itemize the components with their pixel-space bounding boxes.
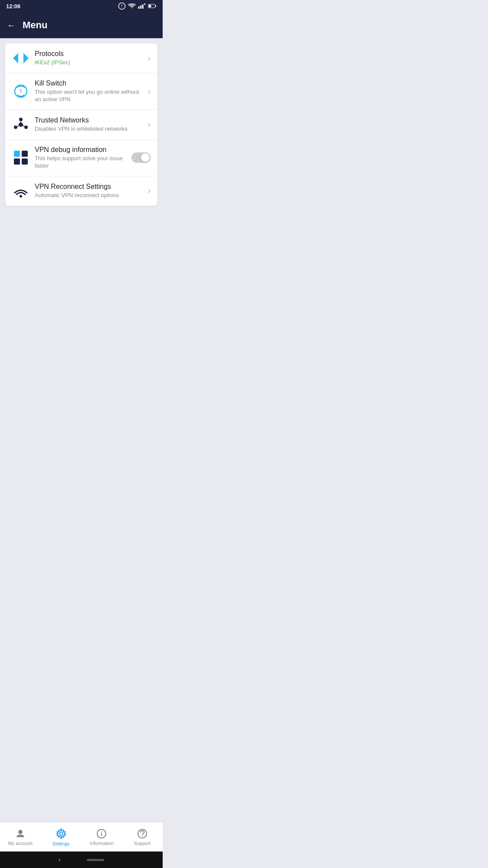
vpn-debug-icon [12, 149, 29, 166]
header: ← Menu [0, 12, 163, 38]
status-time: 12:06 [6, 3, 20, 10]
protocols-subtitle: IKEv2 (IPSec) [35, 59, 144, 66]
protocols-title: Protocols [35, 50, 144, 58]
kill-switch-text: Kill Switch This option won't let you go… [35, 79, 144, 103]
vpn-reconnect-text: VPN Reconnect Settings Automatic VPN rec… [35, 183, 144, 199]
trusted-networks-subtitle: Disables VPN in whitelisted networks [35, 125, 144, 133]
kill-switch-subtitle: This option won't let you go online with… [35, 89, 144, 103]
vpn-reconnect-icon [12, 182, 29, 200]
protocols-chevron: › [148, 54, 151, 63]
vpn-debug-subtitle: This helps support solve your issue fast… [35, 155, 128, 170]
vpn-debug-toggle[interactable] [131, 152, 151, 163]
trusted-networks-chevron: › [148, 120, 151, 129]
svg-rect-10 [149, 5, 151, 7]
vpn-debug-text: VPN debug information This helps support… [35, 146, 128, 170]
page-title: Menu [23, 20, 47, 31]
svg-rect-27 [14, 158, 20, 165]
protocols-text: Protocols IKEv2 (IPSec) [35, 50, 144, 66]
protocols-item[interactable]: Protocols IKEv2 (IPSec) › [5, 43, 157, 73]
signal-icon [138, 3, 146, 9]
svg-point-19 [24, 125, 28, 129]
status-icons [118, 2, 157, 10]
svg-rect-25 [22, 151, 28, 157]
wifi-icon [128, 3, 136, 9]
battery-icon [148, 3, 157, 9]
back-button[interactable]: ← [7, 20, 16, 30]
svg-rect-26 [22, 158, 28, 165]
svg-marker-11 [13, 53, 18, 63]
vpn-reconnect-title: VPN Reconnect Settings [35, 183, 144, 191]
svg-point-28 [20, 195, 22, 198]
svg-point-18 [19, 118, 23, 121]
vpn-reconnect-subtitle: Automatic VPN reconnect options [35, 192, 144, 199]
vpn-debug-title: VPN debug information [35, 146, 128, 154]
kill-switch-chevron: › [148, 87, 151, 96]
kill-switch-item[interactable]: ! Kill Switch This option won't let you … [5, 73, 157, 110]
trusted-networks-item[interactable]: Trusted Networks Disables VPN in whiteli… [5, 110, 157, 140]
toggle-knob [141, 153, 150, 162]
svg-rect-3 [138, 7, 140, 9]
svg-marker-12 [23, 53, 29, 63]
svg-rect-9 [155, 5, 156, 7]
svg-line-23 [17, 125, 19, 126]
status-bar: 12:06 [0, 0, 163, 12]
kill-switch-icon: ! [12, 83, 29, 100]
vpn-reconnect-chevron: › [148, 186, 151, 195]
trusted-networks-icon [12, 116, 29, 133]
protocols-icon [12, 50, 29, 67]
svg-point-20 [14, 125, 17, 129]
menu-card: Protocols IKEv2 (IPSec) › ! Kill Switch … [5, 43, 157, 206]
svg-rect-24 [14, 151, 20, 157]
kill-switch-title: Kill Switch [35, 79, 144, 87]
svg-rect-5 [142, 4, 144, 9]
vpn-reconnect-item[interactable]: VPN Reconnect Settings Automatic VPN rec… [5, 176, 157, 206]
svg-text:!: ! [20, 88, 22, 95]
vpn-debug-item[interactable]: VPN debug information This helps support… [5, 140, 157, 176]
trusted-networks-text: Trusted Networks Disables VPN in whiteli… [35, 116, 144, 133]
svg-line-22 [23, 125, 24, 126]
svg-point-17 [19, 122, 23, 127]
trusted-networks-title: Trusted Networks [35, 116, 144, 124]
main-content: Protocols IKEv2 (IPSec) › ! Kill Switch … [0, 38, 163, 264]
svg-rect-4 [140, 6, 141, 9]
notification-icon [118, 2, 126, 10]
